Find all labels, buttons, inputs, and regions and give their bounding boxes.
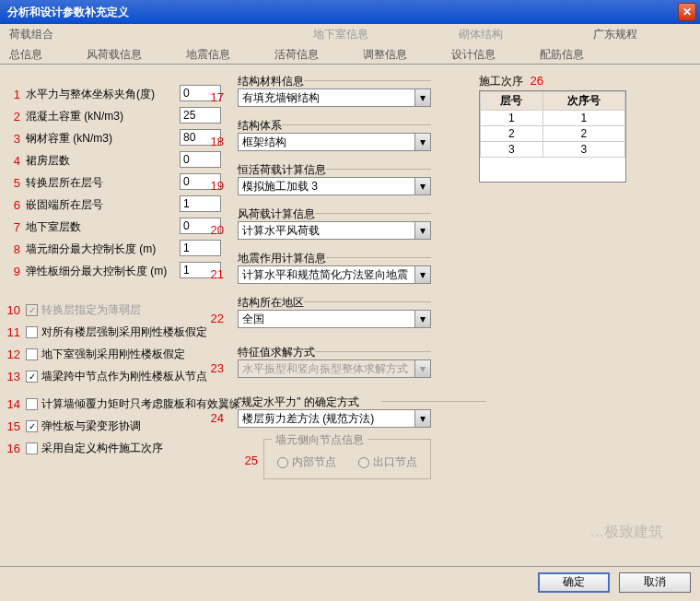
- checkbox-label: 采用自定义构件施工次序: [41, 441, 163, 456]
- section-label: 结构所在地区: [238, 295, 304, 311]
- combo-value: 全国: [239, 312, 414, 327]
- field-label: 转换层所在层号: [26, 175, 103, 191]
- checkbox[interactable]: [26, 326, 38, 338]
- chevron-down-icon[interactable]: ▾: [414, 311, 430, 327]
- tabrow-1: 荷载组合 地下室信息 砌体结构 广东规程: [0, 24, 700, 44]
- radio-option: 出口节点: [358, 454, 417, 470]
- field-label: 混凝土容重 (kN/m3): [26, 109, 123, 124]
- tab-wind[interactable]: 风荷载信息: [79, 44, 149, 64]
- combo-box[interactable]: 计算水平和规范简化方法竖向地震▾: [238, 265, 431, 284]
- combo-value: 框架结构: [239, 135, 414, 150]
- combo-box: 水平振型和竖向振型整体求解方式▾: [238, 359, 431, 378]
- field-label: 水平力与整体坐标夹角(度): [26, 87, 155, 102]
- combo-box[interactable]: 有填充墙钢结构▾: [238, 88, 431, 107]
- checkbox[interactable]: [26, 420, 38, 432]
- checkbox-label: 计算墙倾覆力矩时只考虑腹板和有效翼缘: [41, 396, 240, 412]
- table-row[interactable]: 22: [481, 126, 625, 142]
- section-label: 地震作用计算信息: [238, 251, 326, 266]
- checkbox-label: 地下室强制采用刚性楼板假定: [41, 347, 185, 362]
- section-label: 施工次序: [479, 74, 523, 89]
- chevron-down-icon[interactable]: ▾: [414, 410, 430, 427]
- section-label: 恒活荷载计算信息: [238, 162, 326, 178]
- checkbox[interactable]: [26, 442, 38, 454]
- field-label: 嵌固端所在层号: [26, 197, 103, 213]
- checkbox-label: 转换层指定为薄弱层: [41, 302, 141, 318]
- tab-design[interactable]: 设计信息: [444, 44, 503, 64]
- checkbox[interactable]: [26, 398, 38, 410]
- combo-value: 计算水平风荷载: [239, 223, 414, 239]
- checkbox-label: 墙梁跨中节点作为刚性楼板从节点: [41, 369, 207, 384]
- section-label: "规定水平力" 的确定方式: [238, 395, 359, 410]
- table-header: 层号: [481, 92, 543, 111]
- field-label: 墙元细分最大控制长度 (m): [26, 242, 156, 257]
- field-label: 弹性板细分最大控制长度 (m): [26, 264, 167, 279]
- radio: [358, 457, 369, 468]
- tab-load-combo[interactable]: 荷载组合: [2, 24, 61, 44]
- watermark: …极致建筑: [589, 523, 663, 542]
- combo-value: 有填充墙钢结构: [239, 90, 414, 106]
- checkbox: [26, 304, 38, 316]
- chevron-down-icon[interactable]: ▾: [414, 222, 430, 239]
- section-label: 结构体系: [238, 118, 282, 134]
- radio: [277, 457, 288, 468]
- combo-box[interactable]: 框架结构▾: [238, 133, 431, 151]
- numeric-input[interactable]: [180, 151, 221, 168]
- table-row[interactable]: 11: [481, 111, 625, 126]
- tabrow-2: 总信息 风荷载信息 地震信息 活荷信息 调整信息 设计信息 配筋信息: [0, 44, 700, 65]
- checkbox-label: 弹性板与梁变形协调: [41, 418, 141, 434]
- chevron-down-icon[interactable]: ▾: [414, 266, 430, 283]
- radio-option: 内部节点: [277, 454, 336, 470]
- table-row[interactable]: 33: [481, 142, 625, 158]
- construction-table[interactable]: 层号次序号112233: [479, 90, 626, 183]
- tab-masonry[interactable]: 砌体结构: [451, 24, 510, 44]
- combo-box[interactable]: 计算水平风荷载▾: [238, 221, 431, 240]
- section-label: 特征值求解方式: [238, 345, 315, 360]
- combo-value: 楼层剪力差方法 (规范方法): [239, 411, 414, 427]
- numeric-input[interactable]: [180, 240, 221, 256]
- window-title: 分析和设计参数补充定义: [7, 5, 678, 20]
- checkbox-label: 对所有楼层强制采用刚性楼板假定: [41, 324, 207, 340]
- checkbox[interactable]: [26, 348, 38, 360]
- side-joint-group: 墙元侧向节点信息内部节点出口节点: [263, 439, 431, 479]
- section-label: 结构材料信息: [238, 74, 304, 89]
- tab-adjust[interactable]: 调整信息: [356, 44, 414, 64]
- tab-rebar[interactable]: 配筋信息: [532, 44, 591, 64]
- field-label: 地下室层数: [26, 219, 81, 235]
- combo-box[interactable]: 全国▾: [238, 310, 431, 328]
- chevron-down-icon[interactable]: ▾: [414, 178, 430, 194]
- chevron-down-icon[interactable]: ▾: [414, 134, 430, 150]
- cancel-button[interactable]: 取消: [619, 572, 691, 593]
- tab-guangdong[interactable]: 广东规程: [586, 24, 645, 44]
- combo-value: 水平振型和竖向振型整体求解方式: [239, 361, 414, 377]
- section-label: 墙元侧向节点信息: [272, 432, 368, 448]
- numeric-input[interactable]: [180, 195, 221, 212]
- chevron-down-icon: ▾: [414, 360, 430, 377]
- tab-live[interactable]: 活荷信息: [267, 44, 326, 64]
- combo-value: 模拟施工加载 3: [239, 179, 414, 194]
- checkbox[interactable]: [26, 371, 38, 383]
- section-label: 风荷载计算信息: [238, 206, 315, 222]
- table-header: 次序号: [542, 92, 624, 111]
- tab-basement[interactable]: 地下室信息: [306, 24, 376, 44]
- tab-seismic[interactable]: 地震信息: [179, 44, 238, 64]
- close-icon[interactable]: ✕: [678, 3, 696, 21]
- field-label: 钢材容重 (kN/m3): [26, 131, 112, 147]
- numeric-input[interactable]: [180, 107, 221, 124]
- combo-box[interactable]: 楼层剪力差方法 (规范方法)▾: [238, 409, 431, 428]
- combo-value: 计算水平和规范简化方法竖向地震: [239, 267, 414, 283]
- combo-box[interactable]: 模拟施工加载 3▾: [238, 177, 431, 195]
- ok-button[interactable]: 确定: [538, 572, 610, 593]
- tab-general[interactable]: 总信息: [2, 44, 50, 64]
- field-label: 裙房层数: [26, 153, 70, 169]
- chevron-down-icon[interactable]: ▾: [414, 89, 430, 106]
